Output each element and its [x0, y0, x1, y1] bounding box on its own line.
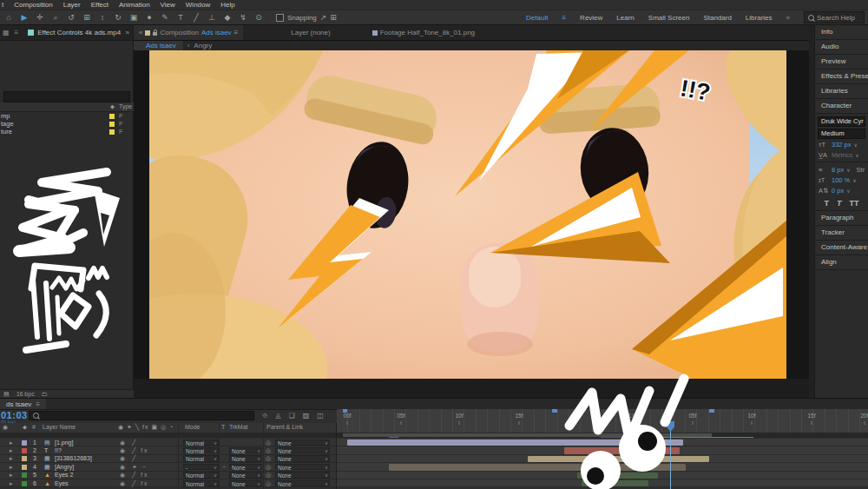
twirl-chevron-icon[interactable]: ▸ — [10, 439, 13, 446]
t-toggle[interactable]: − — [222, 464, 226, 470]
blend-mode-select[interactable]: Normal∨ — [183, 472, 219, 479]
twirl-chevron-icon[interactable]: ▸ — [10, 480, 13, 487]
layer-row[interactable]: ▸1▤[1.png]◉╱Normal∨◎None∨ — [0, 439, 337, 446]
pickwhip-icon[interactable]: ◎ — [266, 472, 271, 479]
workspace-standard[interactable]: Standard — [703, 14, 731, 22]
workspace-default[interactable]: Default — [526, 14, 548, 22]
layer-switches[interactable]: ╱ — [132, 455, 137, 462]
camera-tool-icon[interactable]: ▣ — [128, 13, 139, 22]
panel-paragraph[interactable]: Paragraph — [815, 211, 868, 226]
panel-effects-presets[interactable]: Effects & Presets — [815, 69, 868, 84]
clone-stamp-tool-icon[interactable]: ⊥ — [207, 13, 217, 22]
parent-select[interactable]: None∨ — [275, 472, 330, 479]
menu-t[interactable]: t — [2, 0, 3, 10]
faux-bold-button[interactable]: T — [825, 199, 830, 208]
layer-duration-bar[interactable] — [528, 456, 709, 462]
layer-name[interactable]: Eyes — [55, 480, 69, 486]
font-size-row[interactable]: ᴛT 332 px ∨ — [815, 139, 868, 149]
parent-select[interactable]: None∨ — [275, 464, 330, 471]
back-chevron-icon[interactable]: « — [139, 29, 142, 36]
workspace-review[interactable]: Review — [580, 14, 602, 22]
menu-effect[interactable]: Effect — [91, 0, 108, 10]
layer-duration-bar[interactable] — [347, 439, 683, 446]
folder-icon[interactable]: 🗀 — [42, 391, 48, 397]
layer-color-swatch[interactable] — [22, 440, 27, 446]
layer-tab[interactable]: Layer (none) — [291, 29, 330, 36]
blend-mode-select[interactable]: Normal∨ — [183, 455, 219, 462]
workspace-small-screen[interactable]: Small Screen — [648, 14, 690, 22]
trkmat-select[interactable]: None∨ — [229, 447, 262, 454]
column-divider[interactable] — [178, 423, 179, 489]
footage-tab[interactable]: Footage Half_Tone_8k_01.png — [372, 29, 475, 36]
pen-tool-icon[interactable]: ✎ — [160, 13, 170, 22]
shape-tool-icon[interactable]: ● — [144, 13, 155, 22]
viewer-area[interactable]: !!? — [134, 50, 809, 379]
twirl-chevron-icon[interactable]: ▸ — [10, 472, 13, 479]
blend-mode-select[interactable]: Normal∨ — [183, 439, 219, 446]
menu-help[interactable]: Help — [220, 0, 234, 10]
project-item-row[interactable]: tureF — [0, 128, 134, 135]
baseline-shift-row[interactable]: A⇅ 0 px ∨ — [815, 185, 868, 195]
panel-grid-icon[interactable]: ▦ — [3, 29, 10, 36]
menu-composition[interactable]: Composition — [14, 0, 52, 10]
pickwhip-icon[interactable]: ◎ — [266, 464, 271, 471]
lock-icon[interactable] — [153, 32, 157, 36]
column-divider[interactable] — [263, 423, 264, 489]
roto-brush-tool-icon[interactable]: ↯ — [238, 13, 248, 22]
font-size-value[interactable]: 332 px — [832, 141, 852, 149]
dolly-camera-tool-icon[interactable]: ↕ — [97, 13, 108, 22]
home-tool-icon[interactable]: ⌂ — [3, 13, 14, 22]
panel-align[interactable]: Align — [815, 255, 868, 270]
zoom-tool-icon[interactable]: ⌕ — [50, 13, 61, 23]
layer-name[interactable]: [1.png] — [55, 439, 73, 446]
rotation-tool-icon[interactable]: ↻ — [113, 13, 123, 22]
trkmat-select[interactable]: None∨ — [229, 455, 262, 462]
layer-row[interactable]: ▸4▦[Angry]◉✦ −-∨−None∨◎None∨ — [0, 463, 337, 471]
vertical-scale-value[interactable]: 100 % — [832, 176, 850, 184]
faux-italic-button[interactable]: T — [837, 199, 842, 208]
layer-switches[interactable]: ╱ — [132, 439, 137, 446]
type-tool-icon[interactable]: T — [175, 13, 186, 22]
blend-mode-select[interactable]: Normal∨ — [183, 480, 219, 487]
baseline-shift-value[interactable]: 0 px — [832, 187, 844, 195]
label-color-swatch[interactable] — [109, 122, 115, 127]
pickwhip-icon[interactable]: ◎ — [266, 439, 271, 446]
layer-row[interactable]: ▸3▦[3138612683]◉╱Normal∨None∨◎None∨ — [0, 455, 337, 463]
snapping-toggle[interactable]: Snapping ↗ ⊞ — [276, 13, 337, 22]
breadcrumb-comp[interactable]: Ads isaev — [134, 41, 183, 50]
panel-audio[interactable]: Audio — [815, 40, 868, 55]
layer-color-swatch[interactable] — [22, 465, 27, 470]
breadcrumb-current[interactable]: Angry — [194, 42, 212, 50]
trkmat-select[interactable]: None∨ — [229, 464, 262, 471]
layer-name[interactable]: !!? — [55, 447, 62, 453]
panel-libraries[interactable]: Libraries — [815, 84, 868, 99]
layer-switches[interactable]: ✦ − — [132, 464, 148, 471]
layer-duration-bar[interactable] — [564, 447, 680, 453]
puppet-pin-tool-icon[interactable]: ⊙ — [253, 13, 264, 22]
layer-switches[interactable]: ╱ fx — [132, 447, 149, 454]
tab-menu-icon[interactable]: ≡ — [234, 29, 239, 36]
layer-color-swatch[interactable] — [22, 481, 27, 486]
hand-tool-icon[interactable]: ✛ — [35, 13, 45, 22]
eye-icon[interactable]: ◉ — [120, 455, 125, 462]
bit-depth-label[interactable]: 16 bpc — [16, 391, 35, 397]
font-family-select[interactable]: Druk Wide Cyr — [818, 116, 865, 127]
pickwhip-icon[interactable]: ◎ — [266, 455, 271, 462]
column-divider[interactable] — [336, 423, 337, 489]
kerning-row[interactable]: V̲A Metrics ∨ — [815, 149, 868, 160]
all-caps-button[interactable]: TT — [850, 199, 859, 208]
layer-duration-bar[interactable] — [582, 480, 648, 486]
layer-switches[interactable]: ╱ fx — [132, 472, 149, 479]
twirl-chevron-icon[interactable]: ▸ — [10, 447, 13, 454]
layer-row[interactable]: ▸5▲Eyes 2◉╱ fxNormal∨None∨◎None∨ — [0, 472, 337, 479]
panel-info[interactable]: Info — [815, 25, 868, 40]
composition-tab[interactable]: « Composition Ads isaev ≡ — [134, 25, 243, 40]
eye-icon[interactable]: ◉ — [120, 472, 125, 479]
layer-color-swatch[interactable] — [22, 472, 27, 478]
font-style-select[interactable]: Medium — [818, 129, 865, 139]
eye-icon[interactable]: ◉ — [120, 464, 125, 471]
twirl-chevron-icon[interactable]: ▸ — [10, 455, 13, 462]
workspace-overflow-icon[interactable]: » — [786, 14, 790, 22]
orbit-camera-tool-icon[interactable]: ↺ — [66, 13, 76, 22]
parent-select[interactable]: None∨ — [275, 480, 330, 487]
